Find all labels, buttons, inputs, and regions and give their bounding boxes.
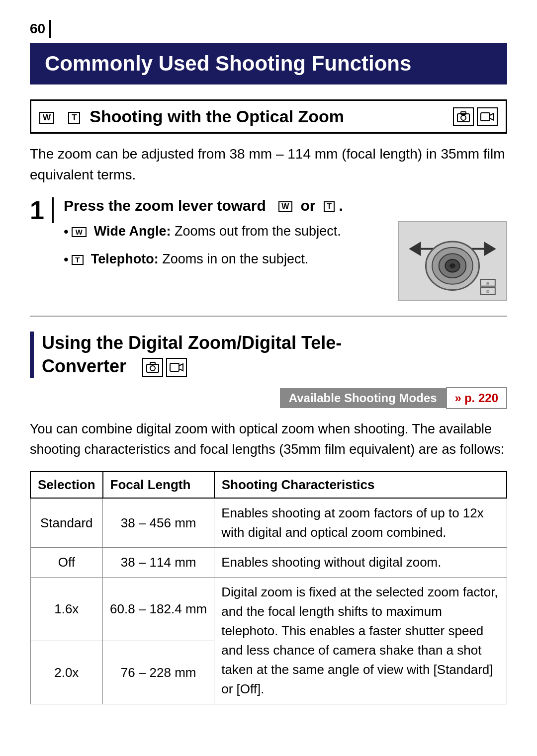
scene-icon-2	[166, 358, 187, 377]
section-divider	[30, 316, 507, 317]
section2-mode-icons	[142, 358, 187, 377]
section1-header: W T Shooting with the Optical Zoom	[30, 99, 507, 134]
svg-text:⊟: ⊟	[486, 281, 490, 286]
col-selection: Selection	[30, 472, 103, 498]
cell-chars-1: Enables shooting without digital zoom.	[214, 548, 507, 578]
zoom-table: Selection Focal Length Shooting Characte…	[30, 471, 507, 704]
svg-point-14	[449, 263, 455, 268]
tele-icon-step: T	[324, 201, 335, 212]
svg-rect-22	[170, 363, 179, 371]
cell-chars-2-3: Digital zoom is fixed at the selected zo…	[214, 578, 507, 704]
available-modes-page: p. 220	[446, 387, 507, 409]
wide-icon-step: W	[278, 201, 292, 212]
cell-selection-0: Standard	[30, 498, 103, 548]
chevron-icon	[455, 391, 461, 405]
section2-intro: You can combine digital zoom with optica…	[30, 419, 507, 461]
col-characteristics: Shooting Characteristics	[214, 472, 507, 498]
page-number-text: 60	[30, 21, 45, 37]
wide-icon-bullet: W	[72, 227, 87, 237]
step1-number: 1	[30, 197, 54, 223]
camera-icon	[453, 107, 474, 126]
svg-marker-23	[179, 364, 183, 371]
cell-focal-3: 76 – 228 mm	[103, 641, 214, 704]
section2-title: Using the Digital Zoom/Digital Tele- Con…	[42, 332, 507, 378]
cell-focal-0: 38 – 456 mm	[103, 498, 214, 548]
svg-rect-3	[481, 113, 490, 121]
cell-selection-1: Off	[30, 548, 103, 578]
svg-marker-4	[490, 113, 494, 120]
available-modes-label: Available Shooting Modes	[280, 388, 446, 408]
svg-rect-21	[150, 362, 155, 365]
page-number-bar	[49, 20, 51, 38]
section1-mode-icons	[453, 107, 498, 126]
step1-title: Press the zoom lever toward W or T .	[64, 197, 507, 214]
table-header-row: Selection Focal Length Shooting Characte…	[30, 472, 507, 498]
tele-icon-bullet: T	[72, 255, 84, 265]
bullet-telephoto: • T Telephoto: Zooms in on the subject.	[64, 249, 383, 270]
cell-selection-2: 1.6x	[30, 578, 103, 641]
page-number-container: 60	[30, 20, 507, 38]
available-modes-bar: Available Shooting Modes p. 220	[30, 387, 507, 409]
cell-chars-0: Enables shooting at zoom factors of up t…	[214, 498, 507, 548]
scene-icon	[477, 107, 498, 126]
cell-focal-2: 60.8 – 182.4 mm	[103, 578, 214, 641]
table-row: Standard 38 – 456 mm Enables shooting at…	[30, 498, 507, 548]
step1-body: • W Wide Angle: Zooms out from the subje…	[64, 221, 507, 301]
tele-icon-header: T	[68, 112, 80, 124]
svg-rect-2	[461, 112, 466, 114]
section2-title-block: Using the Digital Zoom/Digital Tele- Con…	[42, 332, 507, 378]
section1-intro: The zoom can be adjusted from 38 mm – 11…	[30, 144, 507, 185]
zoom-illustration: ⊟ ⊠	[398, 221, 507, 301]
cell-selection-3: 2.0x	[30, 641, 103, 704]
camera-icon-2	[142, 358, 163, 377]
svg-text:⊠: ⊠	[486, 289, 490, 294]
table-row: 1.6x 60.8 – 182.4 mm Digital zoom is fix…	[30, 578, 507, 641]
section2-header: Using the Digital Zoom/Digital Tele- Con…	[30, 332, 507, 378]
bullet-wide-angle: • W Wide Angle: Zooms out from the subje…	[64, 221, 383, 242]
svg-point-1	[461, 115, 466, 120]
step1-content: Press the zoom lever toward W or T . • W…	[64, 197, 507, 301]
wide-angle-icon-header: W	[39, 112, 54, 124]
section1-title: W T Shooting with the Optical Zoom	[39, 107, 445, 126]
step1-container: 1 Press the zoom lever toward W or T . •…	[30, 197, 507, 301]
col-focal-length: Focal Length	[103, 472, 214, 498]
main-title: Commonly Used Shooting Functions	[30, 43, 507, 84]
cell-focal-1: 38 – 114 mm	[103, 548, 214, 578]
table-row: Off 38 – 114 mm Enables shooting without…	[30, 548, 507, 578]
step1-bullets: • W Wide Angle: Zooms out from the subje…	[64, 221, 383, 277]
svg-point-20	[150, 366, 155, 371]
